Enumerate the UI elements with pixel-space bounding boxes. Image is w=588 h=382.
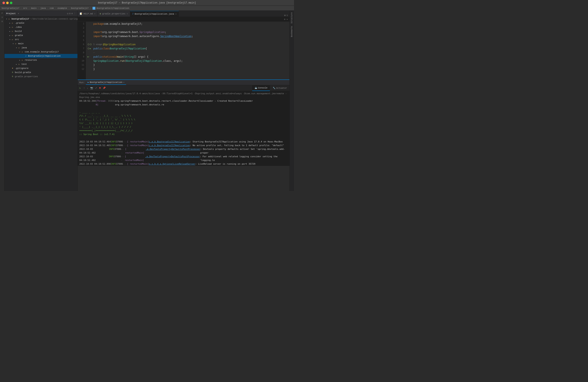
tree-item-build[interactable]: ▶ ▷ build bbox=[4, 29, 78, 33]
code-editor[interactable]: 1 2 3 4 5 6 7 8 9 10 11 12 package com.e… bbox=[78, 22, 290, 79]
run-bar: Run: ▶ Bootgradlej17Application ✕ bbox=[78, 80, 290, 85]
tab-close-main-java[interactable]: ✕ bbox=[175, 13, 177, 15]
log-pkg-4[interactable]: .e.DevToolsPropertyDefaultsPostProcessor bbox=[145, 155, 200, 158]
tab-gradle-props[interactable]: ⚙ gradle.properties ✕ bbox=[98, 11, 130, 17]
tab-main-java[interactable]: J Bootgradlej17Application.java ✕ bbox=[130, 11, 179, 17]
tree-item-test[interactable]: ▶ ▷ test bbox=[4, 62, 78, 66]
tree-item-gradle-dir[interactable]: ▶ ▷ .gradle bbox=[4, 21, 78, 25]
breadcrumb-main[interactable]: main bbox=[31, 7, 37, 9]
console-log-5: 2022-10-03 04:18:52.898 INFO 37086 --- [… bbox=[78, 162, 290, 166]
console-tab-label: Console bbox=[258, 87, 267, 89]
console-ascii-2: /\\ / ___'_ __ _ _(_)_ __ __ _ \ \ \ \ bbox=[78, 114, 290, 118]
tree-item-src[interactable]: ▼ ▷ src bbox=[4, 38, 78, 41]
structure-label[interactable]: Structure bbox=[291, 12, 293, 24]
tree-item-gradle[interactable]: ▶ ▷ gradle bbox=[4, 33, 78, 38]
close-window-button[interactable] bbox=[2, 2, 5, 4]
console-ascii-5: ' |____| .__|_| |_|_| |_\__, | / / / / bbox=[78, 125, 290, 129]
tab-help-md[interactable]: 📝 HELP.md ✕ bbox=[78, 11, 98, 17]
tree-item-resources[interactable]: ▶ ▷ resources bbox=[4, 58, 78, 62]
console-tab-console[interactable]: 💻 Console bbox=[252, 85, 270, 91]
bean-gutter-icon-7: ⬡ bbox=[87, 46, 89, 51]
editor-toolbar-right: ⊞ 1 bbox=[283, 14, 290, 17]
console-tab-actuator[interactable]: 🔧 Actuator bbox=[270, 85, 290, 91]
folder-icon-resources: ▷ bbox=[21, 59, 24, 61]
tree-item-build-gradle[interactable]: G build.gradle bbox=[4, 70, 78, 75]
breadcrumb-src[interactable]: src bbox=[23, 7, 27, 9]
breadcrumb-com[interactable]: com bbox=[50, 7, 54, 9]
tree-item-main[interactable]: ▼ ▷ main bbox=[4, 41, 78, 46]
console-pin-btn[interactable]: 📌 bbox=[102, 87, 106, 89]
tree-item-gitignore[interactable]: ● .gitignore bbox=[4, 66, 78, 70]
tree-item-idea[interactable]: ▶ ▷ .idea bbox=[4, 25, 78, 29]
breadcrumb-java[interactable]: java bbox=[40, 7, 46, 9]
line-num-6: 6 bbox=[78, 42, 84, 46]
maximize-window-button[interactable] bbox=[10, 2, 12, 4]
bean-gutter-icon-6: ⬡ bbox=[87, 42, 89, 46]
breadcrumb-example[interactable]: example bbox=[58, 7, 67, 9]
console-icon: 💻 bbox=[255, 87, 257, 89]
activity-structure[interactable]: S bbox=[0, 16, 4, 19]
log-pkg-5[interactable]: o.s.b.d.a.OptionalLiveReloadServer bbox=[149, 162, 195, 166]
actuator-icon: 🔧 bbox=[273, 87, 275, 89]
console-log-1: 2022-10-03 04:18:52.464 INFO 37086 --- [… bbox=[78, 140, 290, 144]
log-pkg-2[interactable]: c.e.b.BootgradleJ17Application bbox=[149, 144, 190, 147]
run-config-tab[interactable]: ▶ Bootgradlej17Application ✕ bbox=[86, 80, 126, 85]
bottom-panel: Run: ▶ Bootgradlej17Application ✕ ↻ ↑ ↓ … bbox=[78, 79, 290, 166]
tab-label-gradle-props: gradle.properties bbox=[102, 13, 125, 15]
tab-close-help[interactable]: ✕ bbox=[94, 13, 95, 15]
tree-label-gradle: gradle bbox=[15, 34, 23, 37]
line-num-11: 11 bbox=[78, 63, 84, 67]
sidebar-dropdown-icon[interactable]: ▾ bbox=[18, 12, 19, 15]
folder-icon-main: ▷ bbox=[14, 42, 17, 45]
bookmarks-label[interactable]: Bookmarks bbox=[291, 25, 293, 38]
tab-icon-gradle-props: ⚙ bbox=[100, 13, 101, 15]
tree-label-build-gradle: build.gradle bbox=[15, 71, 31, 74]
folder-icon-package: ▷ bbox=[21, 50, 24, 53]
sidebar-collapse-icon[interactable]: ⊟ bbox=[69, 12, 71, 15]
console-run-icon[interactable]: ↻ bbox=[79, 87, 81, 89]
activity-bookmarks[interactable]: B bbox=[0, 20, 4, 23]
console-ascii-1: . ____ _ __ _ _ bbox=[78, 110, 290, 114]
sidebar-settings-icon[interactable]: ⚙ bbox=[71, 12, 73, 15]
log-pkg-3[interactable]: .e.DevToolsPropertyDefaultsPostProcessor bbox=[146, 147, 200, 151]
folder-icon-idea: ▷ bbox=[11, 26, 14, 29]
breadcrumb-class[interactable]: BootgradleJ17Application bbox=[97, 7, 129, 9]
console-screenshot-btn[interactable]: 📷 bbox=[89, 87, 94, 89]
run-gutter-icon-7[interactable]: ▶ bbox=[90, 46, 91, 51]
console-expand-btn[interactable]: ⤢ bbox=[94, 87, 98, 89]
editor-close-icon[interactable]: ✕ bbox=[287, 18, 288, 20]
breadcrumb-bootgradlej17[interactable]: bootgradlej17 bbox=[71, 7, 89, 9]
console-scroll-down[interactable]: ↓ bbox=[86, 87, 89, 89]
tree-item-root[interactable]: ▼ ▷ bootgradlej17 ~/dev/code/atlassian-c… bbox=[4, 17, 78, 21]
tree-arrow-idea: ▶ bbox=[9, 26, 11, 28]
sidebar-layout-icon[interactable]: ⋮ bbox=[74, 12, 76, 15]
tree-arrow-build-gradle bbox=[9, 72, 11, 74]
run-config-close[interactable]: ✕ bbox=[123, 81, 125, 84]
spring-boot-application-import[interactable]: SpringBootApplication bbox=[160, 34, 192, 38]
tree-item-package[interactable]: ▼ ▷ com.example.bootgradlej17 bbox=[4, 50, 78, 54]
editor-layout-icon[interactable]: ⊞ bbox=[284, 14, 286, 17]
fold-icon-8[interactable]: ⌐ bbox=[93, 51, 95, 55]
run-gutter-icon-9[interactable]: ▶ bbox=[87, 55, 89, 59]
sidebar-locate-icon[interactable]: ◎ bbox=[67, 12, 68, 15]
minimize-window-button[interactable] bbox=[6, 2, 9, 4]
cmd-text: /Users/hoaphan/.sdkman/candidates/java/1… bbox=[79, 92, 288, 99]
tree-arrow-gitignore bbox=[9, 68, 11, 69]
tab-label-help: HELP.md bbox=[84, 13, 93, 15]
folder-icon-root: ▷ bbox=[8, 18, 11, 20]
gutter-4 bbox=[87, 34, 93, 38]
console-stop-btn[interactable]: ■ bbox=[98, 86, 102, 90]
tab-icon-help: 📝 bbox=[80, 13, 82, 15]
line-num-4: 4 bbox=[78, 34, 84, 38]
tab-label-main-java: Bootgradlej17Application.java bbox=[135, 13, 174, 15]
editor-settings-icon[interactable]: ⚙ bbox=[284, 18, 285, 20]
activity-project[interactable]: P bbox=[0, 12, 4, 15]
console-scroll-up[interactable]: ↑ bbox=[83, 87, 86, 89]
tab-close-gradle-props[interactable]: ✕ bbox=[127, 13, 128, 15]
tree-item-gradle-props[interactable]: G gradle.properties bbox=[4, 75, 78, 79]
editor-top-bar: ⚙ ✕ bbox=[78, 17, 290, 22]
tree-item-java-dir[interactable]: ▼ ▷ java bbox=[4, 46, 78, 50]
log-pkg-1[interactable]: c.e.b.BootgradleJ17Application bbox=[149, 140, 190, 144]
breadcrumb-project[interactable]: bootgradlej17 bbox=[2, 7, 19, 9]
tree-item-main-class[interactable]: J Bootgradlej17Application bbox=[4, 54, 78, 58]
